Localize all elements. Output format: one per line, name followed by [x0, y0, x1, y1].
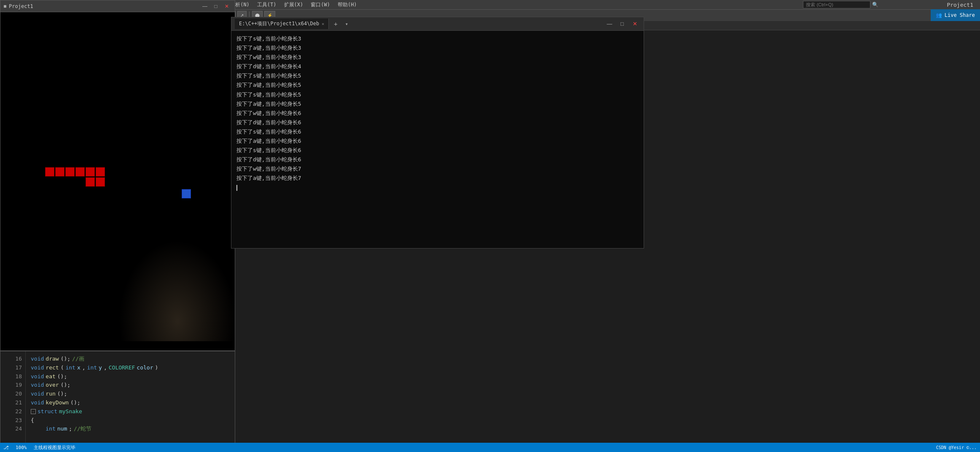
line-number-20: 20	[0, 390, 22, 399]
console-cursor	[236, 185, 237, 191]
console-line-12: 按下了s键,当前小蛇身长6	[236, 146, 639, 155]
console-line-4: 按下了s键,当前小蛇身长5	[236, 71, 639, 80]
tab-dropdown-button[interactable]: ▾	[343, 19, 351, 29]
code-line-16: void draw(); //画	[31, 355, 230, 364]
line-number-23: 23	[0, 416, 22, 425]
console-line-8: 按下了w键,当前小蛇身长6	[236, 109, 639, 118]
line-number-16: 16	[0, 355, 22, 364]
snake-segment-1	[55, 167, 64, 177]
project1-titlebar: ■ Project1 — □ ✕	[0, 0, 235, 12]
console-restore-button[interactable]: □	[617, 19, 628, 29]
snake-segment-7	[86, 177, 95, 187]
snake-segment-4	[86, 167, 95, 177]
maximize-button[interactable]: □	[211, 3, 220, 10]
live-share-icon: 👥	[936, 12, 942, 18]
project1-window: ■ Project1 — □ ✕ 161718192021222324 void…	[0, 0, 235, 452]
console-tab-title: E:\C++项目\Project1\x64\Deb	[239, 20, 319, 27]
code-content: void draw(); //画void rect(int x, int y, …	[26, 351, 235, 452]
snake-segment-0	[45, 167, 54, 177]
food-item	[182, 189, 191, 198]
console-tab-active[interactable]: E:\C++项目\Project1\x64\Deb ✕	[235, 19, 329, 29]
console-line-11: 按下了a键,当前小蛇身长6	[236, 136, 639, 146]
console-line-0: 按下了s键,当前小蛇身长3	[236, 34, 639, 43]
project1-title-area: ■ Project1	[4, 3, 33, 9]
menu-item-help[interactable]: 帮助(H)	[334, 0, 360, 9]
console-titlebar: E:\C++项目\Project1\x64\Deb ✕ + ▾ — □ ✕	[231, 17, 644, 31]
minimize-button[interactable]: —	[200, 3, 209, 10]
line-number-22: 22	[0, 407, 22, 416]
search-icon: 🔍	[872, 2, 878, 8]
line-number-21: 21	[0, 399, 22, 407]
code-line-20: void run();	[31, 390, 230, 399]
console-line-15: 按下了a键,当前小蛇身长7	[236, 174, 639, 183]
console-controls: — □ ✕	[604, 19, 640, 29]
menu-item-tools[interactable]: 工具(T)	[254, 0, 280, 9]
console-line-10: 按下了s键,当前小蛇身长6	[236, 127, 639, 136]
console-line-6: 按下了s键,当前小蛇身长5	[236, 90, 639, 99]
console-tab-close-icon[interactable]: ✕	[322, 21, 324, 26]
code-editor: 161718192021222324 void draw(); //画void …	[0, 350, 235, 452]
git-icon: ⎇	[3, 445, 9, 450]
console-cursor-line	[236, 183, 639, 193]
code-line-18: void eat();	[31, 372, 230, 381]
status-info: 主线程视图显示完毕	[34, 444, 75, 451]
line-number-18: 18	[0, 372, 22, 381]
live-share-button[interactable]: 👥 Live Share	[931, 9, 980, 21]
code-line-17: void rect(int x, int y, COLORREF color)	[31, 364, 230, 372]
snake-segment-5	[96, 167, 105, 177]
project1-title: Project1	[9, 3, 33, 9]
menu-item-window[interactable]: 窗口(W)	[307, 0, 333, 9]
status-right: CSDN @Yesir ©...	[936, 445, 977, 450]
menu-item-extensions[interactable]: 扩展(X)	[281, 0, 307, 9]
live-share-label: Live Share	[945, 12, 975, 18]
project1-controls: — □ ✕	[200, 3, 231, 10]
project1-icon: ■	[4, 4, 6, 8]
code-line-22: - struct mySnake	[31, 407, 230, 416]
console-close-button[interactable]: ✕	[629, 19, 640, 29]
snake-segment-6	[96, 177, 105, 187]
console-line-13: 按下了d键,当前小蛇身长6	[236, 155, 639, 164]
line-number-17: 17	[0, 364, 22, 372]
console-line-3: 按下了d键,当前小蛇身长4	[236, 62, 639, 71]
snake-segment-2	[65, 167, 75, 177]
line-number-19: 19	[0, 381, 22, 390]
code-line-23: {	[31, 416, 230, 425]
code-line-21: void keyDown();	[31, 399, 230, 407]
search-input[interactable]	[803, 1, 870, 8]
console-line-7: 按下了a键,当前小蛇身长5	[236, 99, 639, 109]
console-line-2: 按下了w键,当前小蛇身长3	[236, 53, 639, 62]
game-canvas	[0, 12, 235, 350]
console-tabs: E:\C++项目\Project1\x64\Deb ✕ + ▾	[235, 19, 351, 29]
line-number-24: 24	[0, 425, 22, 433]
project-title-header: Project1	[947, 2, 973, 8]
line-numbers: 161718192021222324	[0, 351, 26, 452]
console-line-5: 按下了a键,当前小蛇身长5	[236, 80, 639, 90]
new-tab-button[interactable]: +	[330, 19, 341, 29]
console-line-14: 按下了w键,当前小蛇身长7	[236, 164, 639, 174]
console-minimize-button[interactable]: —	[604, 19, 615, 29]
hand-overlay	[118, 240, 235, 341]
code-line-24: int num; //蛇节	[31, 425, 230, 433]
status-bar: ⎇ 100% 主线程视图显示完毕 CSDN @Yesir ©...	[0, 443, 980, 452]
console-line-9: 按下了d键,当前小蛇身长6	[236, 118, 639, 127]
console-output: 按下了s键,当前小蛇身长3按下了a键,当前小蛇身长3按下了w键,当前小蛇身长3按…	[231, 31, 644, 248]
snake-segment-3	[75, 167, 85, 177]
code-line-19: void over();	[31, 381, 230, 390]
console-line-1: 按下了a键,当前小蛇身长3	[236, 43, 639, 53]
status-zoom: 100%	[16, 445, 27, 450]
close-button[interactable]: ✕	[222, 3, 231, 10]
console-window: E:\C++项目\Project1\x64\Deb ✕ + ▾ — □ ✕ 按下…	[231, 17, 644, 249]
